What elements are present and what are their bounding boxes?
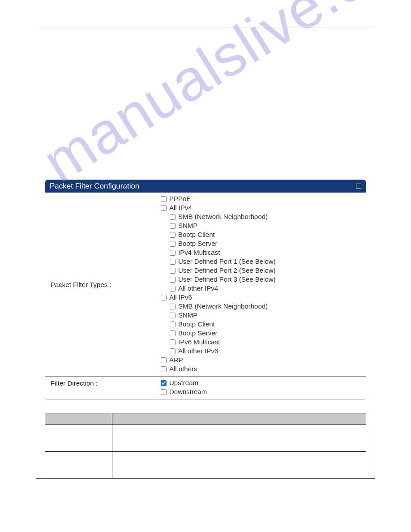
panel-header: Packet Filter Configuration — [45, 180, 366, 193]
checkbox-line-upstream: Upstream — [161, 378, 362, 387]
table-cell — [112, 452, 366, 479]
checkbox-label-all-ipv4: All IPv4 — [169, 203, 192, 212]
checkbox-label-ipv4-udp2: User Defined Port 2 (See Below) — [178, 266, 276, 275]
filter-direction-row: Filter Direction : UpstreamDownstream — [45, 376, 366, 399]
checkbox-label-pppoe: PPPoE — [169, 194, 191, 203]
panel-body: Packet Filter Types : PPPoEAll IPv4SMB (… — [45, 193, 366, 399]
checkbox-line-ipv4-bootp-client: Bootp Client — [161, 230, 362, 239]
table-header-2 — [112, 413, 366, 425]
watermark-text: manualslive.com — [31, 0, 411, 196]
checkbox-downstream[interactable] — [161, 389, 167, 395]
table-cell — [45, 452, 112, 479]
top-rule — [36, 27, 375, 27]
checkbox-line-ipv6-bootp-client: Bootp Client — [161, 320, 362, 329]
checkbox-line-ipv6-bootp-server: Bootp Server — [161, 329, 362, 338]
checkbox-line-all-others: All others — [161, 365, 362, 373]
checkbox-line-all-ipv4: All IPv4 — [161, 203, 362, 212]
checkbox-all-ipv4[interactable] — [161, 205, 167, 211]
table-row — [45, 452, 366, 479]
checkbox-label-ipv4-multicast: IPv4 Multicast — [178, 248, 220, 257]
description-table — [45, 413, 366, 479]
checkbox-label-downstream: Downstream — [169, 387, 207, 396]
checkbox-ipv4-udp1[interactable] — [170, 259, 176, 265]
checkbox-label-ipv6-bootp-client: Bootp Client — [178, 320, 215, 329]
checkbox-ipv6-other[interactable] — [170, 348, 176, 354]
checkbox-label-all-ipv6: All IPv6 — [169, 293, 192, 302]
checkbox-label-ipv4-bootp-server: Bootp Server — [178, 239, 218, 248]
checkbox-ipv4-bootp-server[interactable] — [170, 241, 176, 247]
checkbox-all-others[interactable] — [161, 366, 167, 372]
checkbox-ipv6-bootp-client[interactable] — [170, 322, 176, 327]
checkbox-line-ipv6-snmp: SNMP — [161, 311, 362, 320]
checkbox-label-ipv4-udp3: User Defined Port 3 (See Below) — [178, 275, 276, 284]
table-header-1 — [45, 413, 112, 425]
checkbox-ipv4-other[interactable] — [170, 286, 176, 292]
checkbox-line-ipv4-other: All other IPv4 — [161, 284, 362, 293]
checkbox-line-pppoe: PPPoE — [161, 194, 362, 203]
filter-types-label: Packet Filter Types : — [45, 278, 157, 291]
filter-direction-content: UpstreamDownstream — [157, 377, 366, 399]
checkbox-ipv4-smb[interactable] — [170, 214, 176, 220]
checkbox-line-ipv4-bootp-server: Bootp Server — [161, 239, 362, 248]
checkbox-label-ipv6-bootp-server: Bootp Server — [178, 329, 218, 338]
checkbox-line-ipv4-udp1: User Defined Port 1 (See Below) — [161, 257, 362, 266]
checkbox-label-ipv4-bootp-client: Bootp Client — [178, 230, 215, 239]
checkbox-ipv4-udp2[interactable] — [170, 268, 176, 274]
checkbox-label-ipv6-smb: SMB (Network Neighborhood) — [178, 302, 268, 311]
panel-title: Packet Filter Configuration — [50, 182, 139, 191]
checkbox-line-all-ipv6: All IPv6 — [161, 293, 362, 302]
checkbox-label-ipv6-snmp: SNMP — [178, 311, 197, 320]
checkbox-pppoe[interactable] — [161, 196, 167, 202]
checkbox-upstream[interactable] — [161, 380, 167, 386]
table-header-row — [45, 413, 366, 425]
filter-types-content: PPPoEAll IPv4SMB (Network Neighborhood)S… — [157, 193, 366, 376]
checkbox-line-downstream: Downstream — [161, 387, 362, 396]
table-row — [45, 425, 366, 452]
checkbox-label-ipv4-other: All other IPv4 — [178, 284, 218, 293]
table-cell — [45, 425, 112, 452]
checkbox-ipv6-snmp[interactable] — [170, 313, 176, 318]
filter-direction-label: Filter Direction : — [45, 377, 157, 390]
checkbox-line-ipv6-other: All other IPv6 — [161, 347, 362, 356]
table-cell — [112, 425, 366, 452]
bottom-rule — [36, 478, 375, 479]
checkbox-line-ipv4-udp3: User Defined Port 3 (See Below) — [161, 275, 362, 284]
checkbox-ipv4-udp3[interactable] — [170, 277, 176, 283]
checkbox-ipv6-smb[interactable] — [170, 304, 176, 309]
checkbox-ipv4-bootp-client[interactable] — [170, 232, 176, 238]
checkbox-label-ipv4-udp1: User Defined Port 1 (See Below) — [178, 257, 276, 266]
checkbox-ipv6-multicast[interactable] — [170, 339, 176, 345]
filter-types-row: Packet Filter Types : PPPoEAll IPv4SMB (… — [45, 193, 366, 376]
checkbox-line-ipv4-snmp: SNMP — [161, 221, 362, 230]
checkbox-label-ipv4-snmp: SNMP — [178, 221, 197, 230]
checkbox-line-ipv4-udp2: User Defined Port 2 (See Below) — [161, 266, 362, 275]
checkbox-label-upstream: Upstream — [169, 378, 198, 387]
packet-filter-panel: Packet Filter Configuration Packet Filte… — [45, 180, 366, 399]
checkbox-label-ipv6-other: All other IPv6 — [178, 347, 218, 356]
checkbox-line-ipv4-smb: SMB (Network Neighborhood) — [161, 212, 362, 221]
checkbox-line-ipv6-smb: SMB (Network Neighborhood) — [161, 302, 362, 311]
checkbox-line-arp: ARP — [161, 356, 362, 365]
checkbox-ipv4-snmp[interactable] — [170, 223, 176, 229]
checkbox-label-all-others: All others — [169, 365, 197, 373]
checkbox-ipv4-multicast[interactable] — [170, 250, 176, 256]
checkbox-label-ipv6-multicast: IPv6 Multicast — [178, 338, 220, 347]
collapse-icon[interactable] — [356, 184, 361, 189]
checkbox-label-arp: ARP — [169, 356, 183, 365]
checkbox-line-ipv4-multicast: IPv4 Multicast — [161, 248, 362, 257]
checkbox-label-ipv4-smb: SMB (Network Neighborhood) — [178, 212, 268, 221]
checkbox-all-ipv6[interactable] — [161, 295, 167, 300]
checkbox-line-ipv6-multicast: IPv6 Multicast — [161, 338, 362, 347]
checkbox-ipv6-bootp-server[interactable] — [170, 330, 176, 336]
checkbox-arp[interactable] — [161, 357, 167, 363]
